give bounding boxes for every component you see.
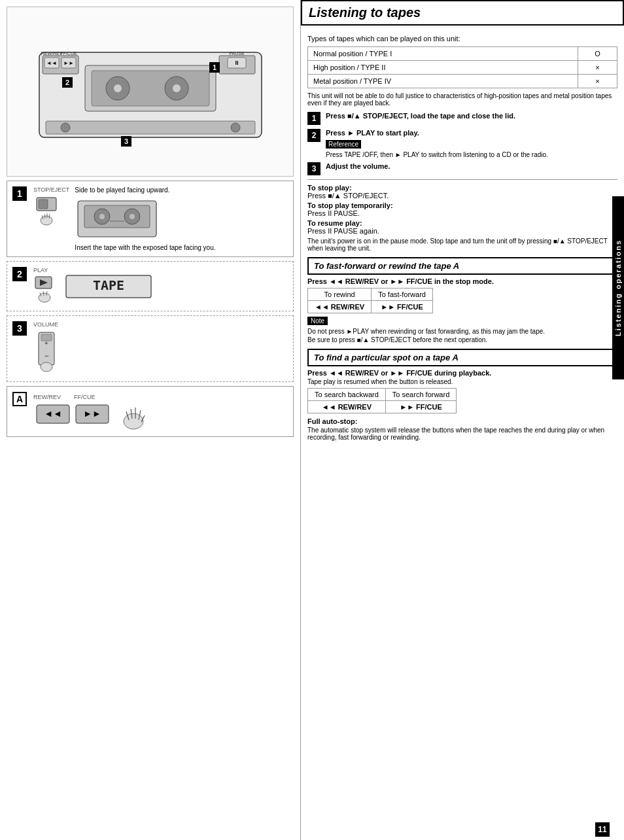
full-autostop-text: The automatic stop system will release t… bbox=[307, 427, 617, 441]
table-row: Normal position / TYPE I O bbox=[308, 47, 617, 61]
svg-text:►►: ►► bbox=[63, 60, 74, 66]
full-autostop-label: Full auto-stop: bbox=[307, 417, 357, 425]
right-step-2-instruction: Press ► PLAY to start play. bbox=[326, 129, 419, 137]
cassette-icon bbox=[75, 198, 160, 240]
reference-label: Reference bbox=[326, 140, 361, 149]
tape-display-icon: TAPE bbox=[63, 270, 154, 303]
step-3-box: 3 VOLUME + − bbox=[7, 315, 294, 382]
resume-play-label: To resume play: bbox=[307, 219, 362, 227]
step-1-desc2: Insert the tape with the exposed tape fa… bbox=[75, 244, 288, 251]
step-a-content: REW/REV FF/CUE ◄◄ ►► bbox=[33, 392, 288, 431]
svg-text:PAUSE: PAUSE bbox=[229, 51, 245, 56]
step-3-number: 3 bbox=[12, 321, 27, 336]
ff-rew-cell-1: ◄◄ REW/REV bbox=[308, 301, 372, 313]
volume-label: VOLUME bbox=[33, 321, 60, 328]
right-step-2: 2 Press ► PLAY to start play. Reference … bbox=[307, 129, 617, 158]
note1-text: Do not press ►PLAY when rewinding or fas… bbox=[307, 328, 617, 335]
right-step-3-content: Adjust the volume. bbox=[326, 162, 617, 170]
step-1-number: 1 bbox=[12, 186, 27, 201]
intro-text: Types of tapes which can be played on th… bbox=[307, 35, 617, 43]
stop-play-temp-label: To stop play temporarily: bbox=[307, 201, 393, 209]
section3-header: To find a particular spot on a tape A bbox=[307, 349, 617, 366]
step-2-content: PLAY TAPE bbox=[33, 267, 288, 306]
stop-eject-icon bbox=[33, 194, 60, 227]
svg-point-58 bbox=[124, 413, 143, 429]
right-step-3-num: 3 bbox=[307, 162, 321, 175]
search-cell-1: ◄◄ REW/REV bbox=[308, 401, 386, 413]
search-cell-2: ►► FF/CUE bbox=[385, 401, 456, 413]
ff-rew-header-2: To fast-forward bbox=[372, 289, 433, 301]
table-row: To search backward To search forward bbox=[308, 389, 457, 401]
step-a-box: A REW/REV FF/CUE ◄◄ ►► bbox=[7, 386, 294, 437]
svg-point-4 bbox=[114, 84, 122, 92]
section2-instruction: Press ◄◄ REW/REV or ►► FF/CUE in the sto… bbox=[307, 277, 617, 285]
tape-type-table: Normal position / TYPE I O High position… bbox=[307, 46, 617, 88]
svg-text:3: 3 bbox=[124, 137, 128, 145]
step-1-desc: Side to be played facing upward. bbox=[75, 186, 288, 194]
right-content: Types of tapes which can be played on th… bbox=[301, 26, 624, 840]
right-step-1-num: 1 bbox=[307, 112, 321, 125]
tape-symbol-high: × bbox=[578, 61, 617, 75]
left-panel: ◄◄ ►► II REW/REV FF/CUE PAUSE 1 2 3 bbox=[0, 0, 301, 840]
ff-rew-header-1: To rewind bbox=[308, 289, 372, 301]
tape-symbol-metal: × bbox=[578, 75, 617, 88]
search-table: To search backward To search forward ◄◄ … bbox=[307, 388, 457, 413]
table-row: ◄◄ REW/REV ►► FF/CUE bbox=[308, 401, 457, 413]
stop-play-label: To stop play: bbox=[307, 184, 352, 192]
stop-eject-label: STOP/EJECT bbox=[33, 186, 69, 193]
ff-rew-table: To rewind To fast-forward ◄◄ REW/REV ►► … bbox=[307, 288, 433, 313]
tape-symbol-normal: O bbox=[578, 47, 617, 61]
svg-point-53 bbox=[41, 362, 52, 372]
svg-text:+: + bbox=[44, 340, 48, 347]
svg-point-26 bbox=[231, 123, 240, 132]
svg-text:−: − bbox=[44, 351, 48, 360]
step-2-number: 2 bbox=[12, 267, 27, 281]
section2-header: To fast-forward or rewind the tape A bbox=[307, 257, 617, 275]
table-row: ◄◄ REW/REV ►► FF/CUE bbox=[308, 301, 433, 313]
svg-rect-28 bbox=[39, 200, 48, 209]
right-step-1-instruction: Press ■/▲ STOP/EJECT, load the tape and … bbox=[326, 112, 515, 120]
step-1-content: STOP/EJECT Side to be played facing upwa… bbox=[33, 186, 288, 251]
stop-play-temp-text: Press II PAUSE. bbox=[307, 209, 360, 217]
stop-play-text: Press ■/▲ STOP/EJECT. bbox=[307, 192, 389, 200]
right-step-3: 3 Adjust the volume. bbox=[307, 162, 617, 175]
right-panel: Listening to tapes Types of tapes which … bbox=[301, 0, 624, 840]
section3-title: To find a particular spot on a tape A bbox=[314, 353, 459, 362]
step-1-box: 1 STOP/EJECT bbox=[7, 181, 294, 257]
ffcue-label: FF/CUE bbox=[74, 394, 95, 400]
svg-text:►►: ►► bbox=[83, 408, 101, 419]
search-header-1: To search backward bbox=[308, 389, 386, 401]
svg-text:◄◄: ◄◄ bbox=[44, 408, 62, 419]
svg-text:TAPE: TAPE bbox=[93, 277, 124, 293]
note-label: Note bbox=[307, 317, 328, 325]
page-title: Listening to tapes bbox=[309, 5, 616, 20]
section2-title: To fast-forward or rewind the tape A bbox=[314, 261, 459, 271]
svg-text:2: 2 bbox=[65, 79, 69, 86]
rew-ff-buttons-icon: ◄◄ ►► bbox=[33, 402, 112, 428]
device-top-diagram: ◄◄ ►► II REW/REV FF/CUE PAUSE 1 2 3 bbox=[7, 7, 294, 177]
rewrev-label: REW/REV bbox=[33, 394, 61, 400]
step-2-box: 2 PLAY TAPE bbox=[7, 261, 294, 311]
tape-note: This unit will not be able to do full ju… bbox=[307, 92, 617, 107]
volume-icon: + − bbox=[33, 329, 60, 375]
table-row: High position / TYPE II × bbox=[308, 61, 617, 75]
tape-type-normal: Normal position / TYPE I bbox=[308, 47, 578, 61]
svg-point-6 bbox=[173, 84, 181, 92]
device-svg: ◄◄ ►► II REW/REV FF/CUE PAUSE 1 2 3 bbox=[20, 13, 281, 170]
step-3-content: VOLUME + − bbox=[33, 321, 288, 376]
tape-type-metal: Metal position / TYPE IV bbox=[308, 75, 578, 88]
hand-pointing-icon bbox=[117, 392, 150, 431]
play-button-icon bbox=[33, 275, 56, 304]
search-header-2: To search forward bbox=[385, 389, 456, 401]
svg-text:1: 1 bbox=[212, 63, 216, 71]
play-label: PLAY bbox=[33, 267, 56, 273]
svg-rect-24 bbox=[46, 121, 255, 134]
pause-note: The unit's power is on in the pause mode… bbox=[307, 237, 617, 252]
svg-text:◄◄: ◄◄ bbox=[46, 60, 57, 66]
tape-type-high: High position / TYPE II bbox=[308, 61, 578, 75]
reference-text: Press TAPE /OFF, then ► PLAY to switch f… bbox=[326, 151, 617, 158]
svg-point-39 bbox=[130, 214, 135, 219]
sidebar-label: Listening operations bbox=[612, 196, 624, 379]
ff-rew-cell-2: ►► FF/CUE bbox=[372, 301, 433, 313]
note2-text: Be sure to press ■/▲ STOP/EJECT before t… bbox=[307, 336, 617, 343]
